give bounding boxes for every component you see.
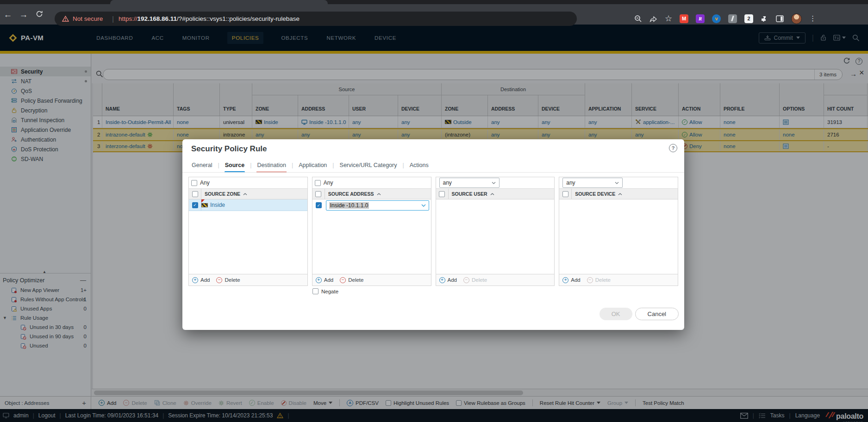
reload-icon[interactable] — [31, 10, 47, 19]
profile-avatar[interactable] — [791, 13, 802, 24]
side-panel-icon[interactable] — [776, 15, 784, 22]
negate-checkbox[interactable]: Negate — [312, 288, 338, 294]
any-checkbox[interactable] — [315, 180, 321, 186]
checkbox-icon[interactable] — [312, 288, 318, 294]
sort-asc-icon — [377, 193, 381, 195]
chevron-down-gray-icon — [492, 182, 496, 184]
list-item: ✓Inside -10.1.1.0 — [312, 199, 431, 211]
select-all-checkbox[interactable] — [439, 191, 445, 197]
cancel-button[interactable]: Cancel — [635, 308, 679, 320]
sort-asc-icon — [618, 193, 622, 195]
badge-extension-icon[interactable]: 2 — [744, 14, 753, 23]
back-icon[interactable]: ← — [0, 10, 16, 19]
extensions-puzzle-icon[interactable] — [761, 15, 768, 23]
sort-asc-icon — [490, 193, 494, 195]
select-all-checkbox[interactable] — [562, 191, 568, 197]
dialog-help-icon[interactable]: ? — [669, 144, 677, 152]
tab-general[interactable]: General — [191, 161, 212, 169]
zoom-out-icon[interactable] — [634, 15, 642, 23]
panel-source-user: anySOURCE USER+Add−Delete — [436, 177, 555, 286]
security-policy-rule-dialog: Security Policy Rule ? General|Source|De… — [182, 139, 684, 330]
list-item[interactable]: ✓Inside — [189, 199, 307, 211]
panel-source-zone: AnySOURCE ZONE✓Inside+Add−Delete — [188, 177, 308, 286]
sort-asc-icon — [243, 193, 247, 195]
add-button[interactable]: +Add — [439, 277, 457, 283]
tab-application[interactable]: Application — [298, 161, 327, 169]
row-checkbox[interactable]: ✓ — [316, 202, 322, 208]
chevron-down-blue-icon — [421, 204, 426, 207]
delete-button: −Delete — [587, 277, 611, 283]
edited-flag-icon — [201, 199, 205, 203]
screen: ← → Not secure | https://192.168.86.11/?… — [0, 0, 868, 422]
blue-extension-icon[interactable]: v — [712, 14, 721, 23]
dialog-tabs: General|Source|Destination|Application|S… — [191, 161, 429, 169]
tab-destination[interactable]: Destination — [256, 161, 287, 169]
gmail-extension-icon[interactable]: M — [680, 14, 688, 23]
any-checkbox[interactable] — [191, 180, 197, 186]
add-button[interactable]: +Add — [192, 277, 210, 283]
gray-extension-icon[interactable] — [728, 14, 737, 23]
dialog-title: Security Policy Rule — [191, 144, 267, 154]
active-tab[interactable] — [110, 0, 328, 4]
browser-menu-icon[interactable]: ⋮ — [809, 14, 816, 23]
dialog-panels: AnySOURCE ZONE✓Inside+Add−DeleteAnySOURC… — [188, 177, 678, 286]
row-checkbox[interactable]: ✓ — [192, 202, 198, 208]
r-extension-icon[interactable]: R — [696, 14, 705, 23]
panel-source-device: anySOURCE DEVICE+Add−Delete — [559, 177, 678, 286]
delete-button[interactable]: −Delete — [216, 277, 240, 283]
select-all-checkbox[interactable] — [315, 191, 321, 197]
source-device-dropdown[interactable]: any — [562, 178, 623, 188]
tab-service-url-category[interactable]: Service/URL Category — [339, 161, 398, 169]
browser-tabstrip — [0, 0, 868, 4]
tab-actions[interactable]: Actions — [409, 161, 429, 169]
url-text: https://192.168.86.11/?#policies::vsys1:… — [119, 15, 300, 22]
delete-button: −Delete — [463, 277, 487, 283]
zone-icon — [201, 203, 208, 207]
panel-source-address: AnySOURCE ADDRESS✓Inside -10.1.1.0+Add−D… — [312, 177, 431, 286]
source-user-dropdown[interactable]: any — [439, 178, 500, 188]
add-button[interactable]: +Add — [562, 277, 580, 283]
not-secure-label: Not secure — [73, 15, 103, 22]
chevron-down-gray-icon — [615, 182, 619, 184]
delete-button[interactable]: −Delete — [340, 277, 363, 283]
warning-triangle-icon — [62, 16, 69, 22]
ok-button[interactable]: OK — [599, 308, 632, 320]
forward-icon[interactable]: → — [16, 10, 31, 19]
source-address-combobox[interactable]: Inside -10.1.1.0 — [326, 200, 429, 211]
browser-chrome: ← → Not secure | https://192.168.86.11/?… — [0, 0, 868, 25]
select-all-checkbox[interactable] — [192, 191, 198, 197]
url-bar[interactable]: Not secure | https://192.168.86.11/?#pol… — [55, 12, 577, 26]
add-button[interactable]: +Add — [316, 277, 333, 283]
share-icon[interactable] — [649, 15, 657, 22]
tab-source[interactable]: Source — [225, 161, 245, 169]
bookmark-star-icon[interactable]: ☆ — [665, 13, 672, 24]
